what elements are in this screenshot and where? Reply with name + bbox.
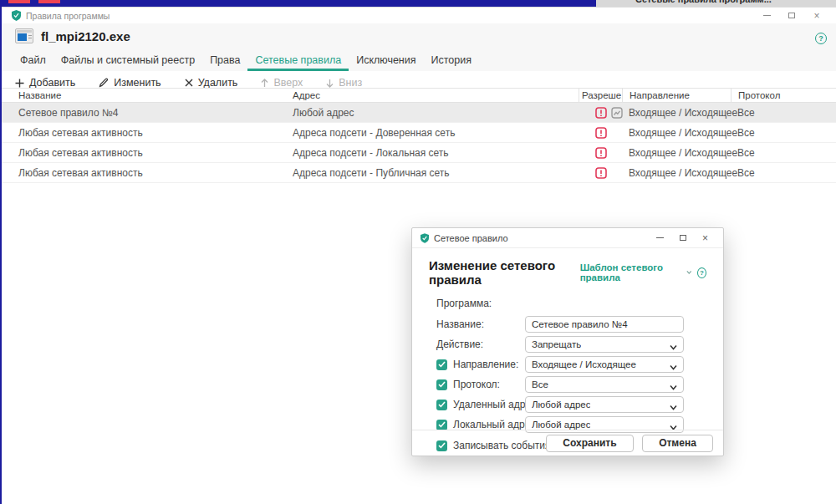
- chevron-down-icon: [670, 362, 677, 372]
- exe-file-icon: [15, 28, 33, 43]
- pencil-icon: [99, 78, 109, 88]
- log-events-icon: [611, 107, 623, 119]
- field-value: Любой адрес: [532, 400, 590, 410]
- program-label: Программа:: [436, 298, 706, 309]
- table-row[interactable]: Любая сетевая активностьАдреса подсети -…: [2, 123, 836, 143]
- background-red-block: [8, 0, 30, 3]
- dialog-help-icon[interactable]: ?: [697, 267, 706, 278]
- rule-protocol: Все: [731, 167, 836, 179]
- tab-исключения[interactable]: Исключения: [349, 51, 423, 71]
- window-title: Правила программы: [26, 11, 110, 21]
- dialog-minimize-button[interactable]: [649, 231, 671, 246]
- maximize-button[interactable]: [779, 9, 804, 23]
- rule-direction: Входящее / Исходящее: [622, 127, 731, 139]
- toolbar-label: Удалить: [198, 77, 238, 89]
- column-header[interactable]: Направление: [622, 89, 731, 102]
- rule-template-link[interactable]: Шаблон сетевого правила: [580, 262, 683, 283]
- application-name: fl_mpi2120.exe: [41, 29, 130, 43]
- tab-файлы-и-системный-реестр[interactable]: Файлы и системный реестр: [54, 51, 202, 71]
- kaspersky-shield-icon: [12, 10, 21, 21]
- down-button: Вниз: [326, 77, 362, 89]
- up-button: Вверх: [261, 77, 303, 89]
- rule-permission-icons: [579, 167, 622, 179]
- rule-permission-icons: [579, 127, 622, 139]
- background-window-title: Сетевые правила программ...: [635, 0, 772, 4]
- field-value: Входящее / Исходящее: [532, 359, 636, 369]
- field-label: Направление:: [453, 359, 518, 370]
- x-icon: [185, 79, 193, 87]
- save-button[interactable]: Сохранить: [546, 435, 634, 452]
- delete-button[interactable]: Удалить: [185, 77, 238, 89]
- background-window-strip: [0, 0, 596, 7]
- blocked-icon: [595, 127, 607, 139]
- table-row[interactable]: Любая сетевая активностьАдреса подсети -…: [2, 143, 836, 163]
- field-checkbox[interactable]: [436, 359, 447, 370]
- rule-direction: Входящее / Исходящее: [622, 167, 731, 179]
- tab-bar: ФайлФайлы и системный реестрПраваСетевые…: [13, 51, 479, 71]
- log-events-icon: [611, 107, 623, 119]
- chevron-down-icon: [686, 270, 692, 275]
- add-button[interactable]: Добавить: [15, 77, 75, 89]
- dialog-maximize-button[interactable]: [671, 231, 694, 246]
- tab-сетевые-правила[interactable]: Сетевые правила: [247, 51, 349, 71]
- dropdown-действие[interactable]: Запрещать: [525, 336, 684, 353]
- rule-protocol: Все: [731, 147, 836, 159]
- field-checkbox[interactable]: [436, 379, 447, 390]
- name-input[interactable]: Сетевое правило №4: [525, 316, 684, 333]
- cancel-button[interactable]: Отмена: [642, 435, 713, 452]
- table-header-row: НазваниеАдресРазреше...НаправлениеПроток…: [2, 88, 836, 103]
- toolbar-label: Вверх: [273, 77, 303, 89]
- kaspersky-shield-icon: [421, 233, 429, 243]
- chevron-down-icon: [670, 402, 677, 412]
- chevron-down-icon: [670, 342, 677, 352]
- blocked-icon: [595, 147, 607, 159]
- dropdown-направление[interactable]: Входящее / Исходящее: [525, 356, 684, 373]
- table-row[interactable]: Сетевое правило №4Любой адресВходящее / …: [2, 103, 836, 123]
- edit-button[interactable]: Изменить: [99, 77, 161, 89]
- field-value: Запрещать: [532, 339, 581, 349]
- arrow-up-icon: [261, 79, 268, 88]
- column-header[interactable]: Адрес: [286, 90, 579, 100]
- tab-права[interactable]: Права: [202, 51, 247, 71]
- column-header[interactable]: Протокол: [731, 89, 836, 102]
- toolbar-label: Вниз: [339, 77, 362, 89]
- dropdown-протокол[interactable]: Все: [525, 376, 684, 393]
- field-label: Протокол:: [453, 379, 500, 390]
- dialog-field-row: Удаленный адрес:Любой адрес: [436, 396, 706, 413]
- dialog-close-button[interactable]: ×: [694, 231, 716, 246]
- field-value: Любой адрес: [532, 420, 590, 430]
- rule-address: Адреса подсети - Публичная сеть: [286, 167, 579, 179]
- column-header[interactable]: Разреше...: [579, 89, 622, 102]
- dialog-heading: Изменение сетевого правила: [429, 258, 580, 287]
- toolbar-label: Добавить: [29, 77, 75, 89]
- dialog-field-row: Направление:Входящее / Исходящее: [436, 356, 706, 373]
- field-checkbox[interactable]: [436, 420, 447, 430]
- column-header[interactable]: Название: [2, 90, 286, 100]
- rule-address: Адреса подсети - Доверенная сеть: [286, 127, 579, 139]
- toolbar-label: Изменить: [114, 77, 161, 89]
- rule-permission-icons: [579, 147, 622, 159]
- field-value: Все: [532, 379, 548, 389]
- rule-name: Любая сетевая активность: [2, 127, 286, 139]
- rule-protocol: Все: [731, 107, 836, 119]
- table-row[interactable]: Любая сетевая активностьАдреса подсети -…: [2, 163, 836, 183]
- dropdown-удаленный-адрес[interactable]: Любой адрес: [525, 396, 684, 413]
- arrow-down-icon: [326, 79, 334, 88]
- field-label: Название:: [436, 318, 484, 330]
- help-icon[interactable]: ?: [815, 33, 827, 44]
- tab-история[interactable]: История: [424, 51, 479, 71]
- close-button[interactable]: ×: [804, 9, 829, 23]
- window-header: fl_mpi2120.exe ? ФайлФайлы и системный р…: [2, 23, 836, 71]
- blocked-icon: [595, 107, 607, 119]
- field-checkbox[interactable]: [436, 400, 447, 410]
- background-red-block: [38, 0, 60, 3]
- blocked-icon: [595, 107, 607, 119]
- tab-файл[interactable]: Файл: [13, 51, 54, 71]
- dialog-titlebar: Сетевое правило ×: [412, 228, 723, 248]
- rule-address: Любой адрес: [286, 107, 579, 119]
- rule-name: Сетевое правило №4: [2, 107, 286, 119]
- rule-name: Любая сетевая активность: [2, 147, 286, 159]
- window-titlebar: Правила программы ×: [2, 8, 836, 23]
- rules-table: НазваниеАдресРазреше...НаправлениеПроток…: [2, 88, 836, 183]
- minimize-button[interactable]: [754, 9, 779, 23]
